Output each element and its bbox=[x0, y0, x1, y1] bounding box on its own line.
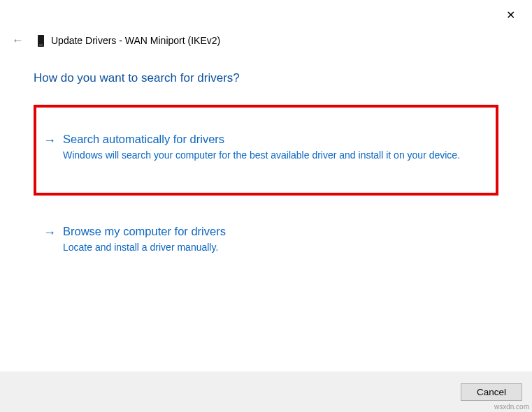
option-title: Search automatically for drivers bbox=[63, 133, 484, 146]
dialog-footer: Cancel bbox=[0, 371, 532, 412]
main-heading: How do you want to search for drivers? bbox=[34, 71, 498, 85]
option-browse-computer[interactable]: → Browse my computer for drivers Locate … bbox=[34, 209, 498, 270]
window-title: Update Drivers - WAN Miniport (IKEv2) bbox=[51, 35, 220, 46]
dialog-header: ← Update Drivers - WAN Miniport (IKEv2) bbox=[0, 0, 532, 47]
option-title: Browse my computer for drivers bbox=[63, 225, 484, 238]
arrow-right-icon: → bbox=[39, 133, 63, 162]
watermark-text: wsxdn.com bbox=[494, 403, 529, 411]
option-description: Windows will search your computer for th… bbox=[63, 149, 484, 162]
option-text-block: Browse my computer for drivers Locate an… bbox=[63, 225, 484, 254]
dialog-content: How do you want to search for drivers? →… bbox=[0, 47, 532, 270]
cancel-button[interactable]: Cancel bbox=[461, 383, 522, 401]
option-search-automatically[interactable]: → Search automatically for drivers Windo… bbox=[34, 105, 498, 196]
close-button[interactable]: ✕ bbox=[502, 7, 519, 23]
back-arrow-icon[interactable]: ← bbox=[8, 34, 31, 47]
option-text-block: Search automatically for drivers Windows… bbox=[63, 133, 484, 162]
arrow-right-icon: → bbox=[39, 225, 63, 254]
device-icon bbox=[38, 35, 44, 47]
option-description: Locate and install a driver manually. bbox=[63, 241, 484, 254]
